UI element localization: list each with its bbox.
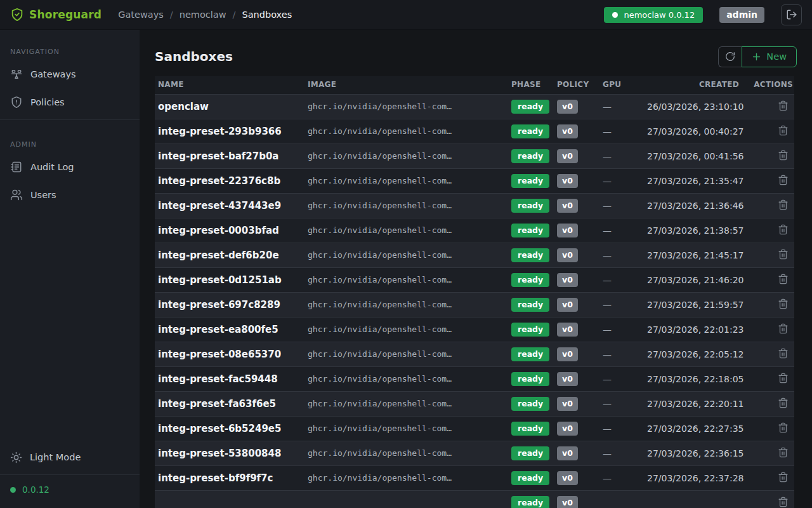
policy-badge: v0 xyxy=(557,298,578,312)
sidebar-item-gateways[interactable]: Gateways xyxy=(0,62,140,86)
sandbox-name: integ-preset-fa63f6e5 xyxy=(155,391,304,416)
sidebar: NAVIGATION Gateways P xyxy=(0,30,140,508)
new-sandbox-button[interactable]: New xyxy=(742,46,797,67)
sandbox-created: 27/03/2026, 22:36:15 xyxy=(644,441,740,465)
policy-badge: v0 xyxy=(557,323,578,337)
sandbox-image: ghcr.io/nvidia/openshell-com… xyxy=(304,441,508,465)
sandbox-row[interactable]: integ-preset-def6b20e ghcr.io/nvidia/ope… xyxy=(155,243,794,267)
delete-sandbox-button[interactable] xyxy=(776,297,790,311)
delete-sandbox-button[interactable] xyxy=(776,371,790,385)
status-dot-icon xyxy=(612,12,618,18)
trash-icon xyxy=(778,150,789,161)
page-actions: New xyxy=(718,46,797,67)
trash-icon xyxy=(778,497,789,507)
delete-sandbox-button[interactable] xyxy=(776,223,790,236)
sandbox-name: integ-preset-22376c8b xyxy=(155,168,304,193)
sandbox-gpu: — xyxy=(599,292,644,317)
delete-sandbox-button[interactable] xyxy=(776,248,790,261)
policy-badge: v0 xyxy=(557,347,578,361)
delete-sandbox-button[interactable] xyxy=(776,149,790,162)
top-bar-right: nemoclaw 0.0.12 admin xyxy=(604,4,802,25)
sidebar-divider xyxy=(0,119,140,120)
sandbox-created: 27/03/2026, 00:40:27 xyxy=(644,119,740,144)
refresh-button[interactable] xyxy=(718,46,742,67)
phase-badge: ready xyxy=(511,273,549,287)
breadcrumb-separator: / xyxy=(170,10,173,20)
sandbox-image: ghcr.io/nvidia/openshell-com… xyxy=(304,292,508,317)
shield-check-logo-icon xyxy=(10,8,24,22)
sandbox-row[interactable]: integ-preset-08e65370 ghcr.io/nvidia/ope… xyxy=(155,342,794,366)
sandbox-name: integ-preset-293b9366 xyxy=(155,119,304,144)
sandbox-gpu: — xyxy=(599,317,644,342)
sandbox-image: ghcr.io/nvidia/openshell-com… xyxy=(304,168,508,193)
sandbox-created: 27/03/2026, 21:36:46 xyxy=(644,193,740,218)
column-header-created: CREATED xyxy=(644,76,740,94)
sandbox-row[interactable]: integ-preset-bf9f9f7c ghcr.io/nvidia/ope… xyxy=(155,465,794,490)
delete-sandbox-button[interactable] xyxy=(776,173,790,187)
delete-sandbox-button[interactable] xyxy=(776,421,790,434)
table-header: NAME IMAGE PHASE POLICY GPU CREATED ACTI… xyxy=(155,76,794,94)
trash-icon xyxy=(778,398,789,408)
sandbox-row[interactable]: integ-preset-53800848 ghcr.io/nvidia/ope… xyxy=(155,441,794,465)
sandbox-row[interactable]: openclaw ghcr.io/nvidia/openshell-com… r… xyxy=(155,94,794,119)
delete-sandbox-button[interactable] xyxy=(776,471,790,484)
delete-sandbox-button[interactable] xyxy=(776,124,790,137)
breadcrumb-gateways[interactable]: Gateways xyxy=(118,10,164,20)
brand[interactable]: Shoreguard xyxy=(10,8,102,22)
delete-sandbox-button[interactable] xyxy=(776,198,790,211)
delete-sandbox-button[interactable] xyxy=(776,396,790,410)
trash-icon xyxy=(778,274,789,284)
new-button-label: New xyxy=(766,51,787,62)
sandbox-row[interactable]: integ-preset-22376c8b ghcr.io/nvidia/ope… xyxy=(155,168,794,193)
sandbox-name: integ-preset-bf9f9f7c xyxy=(155,465,304,490)
sidebar-item-policies[interactable]: Policies xyxy=(0,90,140,114)
sidebar-item-audit-log[interactable]: Audit Log xyxy=(0,155,140,179)
delete-sandbox-button[interactable] xyxy=(776,99,790,112)
sandbox-row[interactable]: integ-preset-fa63f6e5 ghcr.io/nvidia/ope… xyxy=(155,391,794,416)
version-dot-icon xyxy=(10,487,16,493)
policy-badge: v0 xyxy=(557,471,578,485)
sidebar-item-label: Gateways xyxy=(30,69,76,79)
trash-icon xyxy=(778,100,789,111)
sandbox-gpu: — xyxy=(599,441,644,465)
sandbox-row[interactable]: ready v0 xyxy=(155,490,794,508)
phase-badge: ready xyxy=(511,149,549,163)
phase-badge: ready xyxy=(511,124,549,138)
sandbox-row[interactable]: integ-preset-0d1251ab ghcr.io/nvidia/ope… xyxy=(155,267,794,292)
phase-badge: ready xyxy=(511,199,549,213)
delete-sandbox-button[interactable] xyxy=(776,322,790,335)
breadcrumb-nemoclaw[interactable]: nemoclaw xyxy=(180,10,226,20)
sandbox-image: ghcr.io/nvidia/openshell-com… xyxy=(304,317,508,342)
sandbox-row[interactable]: integ-preset-293b9366 ghcr.io/nvidia/ope… xyxy=(155,119,794,144)
sandbox-created: 27/03/2026, 21:46:20 xyxy=(644,267,740,292)
policy-badge: v0 xyxy=(557,174,578,188)
sandbox-row[interactable]: integ-preset-6b5249e5 ghcr.io/nvidia/ope… xyxy=(155,416,794,441)
theme-toggle[interactable]: Light Mode xyxy=(0,445,140,469)
delete-sandbox-button[interactable] xyxy=(776,446,790,459)
column-header-actions: ACTIONS xyxy=(740,76,794,94)
sandbox-row[interactable]: integ-preset-baf27b0a ghcr.io/nvidia/ope… xyxy=(155,144,794,168)
sidebar-item-users[interactable]: Users xyxy=(0,183,140,207)
sun-icon xyxy=(10,451,22,464)
trash-icon xyxy=(778,125,789,136)
sandbox-name xyxy=(155,490,304,508)
sandbox-created: 27/03/2026, 21:45:17 xyxy=(644,243,740,267)
sandbox-gpu: — xyxy=(599,218,644,243)
sandbox-created: 27/03/2026, 22:37:28 xyxy=(644,465,740,490)
sandbox-created: 27/03/2026, 22:27:35 xyxy=(644,416,740,441)
sandbox-row[interactable]: integ-preset-437443e9 ghcr.io/nvidia/ope… xyxy=(155,193,794,218)
delete-sandbox-button[interactable] xyxy=(776,347,790,360)
sandbox-row[interactable]: integ-preset-0003bfad ghcr.io/nvidia/ope… xyxy=(155,218,794,243)
column-header-gpu: GPU xyxy=(599,76,644,94)
sandbox-row[interactable]: integ-preset-fac59448 ghcr.io/nvidia/ope… xyxy=(155,366,794,391)
policy-badge: v0 xyxy=(557,224,578,237)
delete-sandbox-button[interactable] xyxy=(776,272,790,286)
policy-badge: v0 xyxy=(557,149,578,163)
sidebar-item-label: Audit Log xyxy=(30,162,74,172)
sandbox-row[interactable]: integ-preset-ea800fe5 ghcr.io/nvidia/ope… xyxy=(155,317,794,342)
logout-button[interactable] xyxy=(781,4,802,25)
delete-sandbox-button[interactable] xyxy=(776,495,790,508)
main-content: Sandboxes New xyxy=(140,0,812,508)
sandbox-row[interactable]: integ-preset-697c8289 ghcr.io/nvidia/ope… xyxy=(155,292,794,317)
policy-badge: v0 xyxy=(557,496,578,508)
